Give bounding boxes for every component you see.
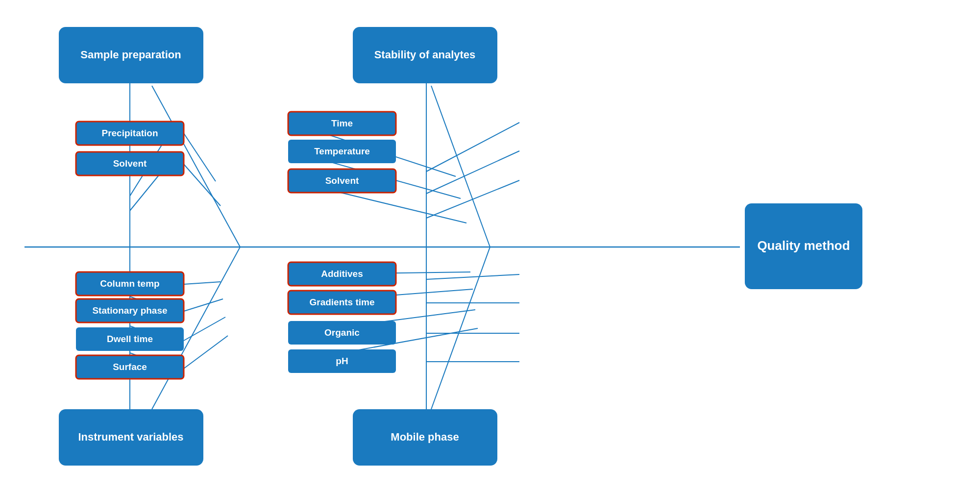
svg-line-28 xyxy=(184,336,228,369)
dwell-label: Dwell time xyxy=(107,334,153,344)
additives-label: Additives xyxy=(321,269,363,279)
svg-line-24 xyxy=(184,164,220,206)
svg-line-22 xyxy=(431,247,490,409)
precipitation-label: Precipitation xyxy=(101,128,158,138)
ph-label: pH xyxy=(336,356,348,366)
mobile-label: Mobile phase xyxy=(391,431,459,443)
column-temp-label: Column temp xyxy=(100,278,159,289)
svg-line-27 xyxy=(184,317,225,341)
solvent-sp-label: Solvent xyxy=(113,158,147,169)
stationary-label: Stationary phase xyxy=(92,305,167,316)
time-label: Time xyxy=(331,118,353,128)
organic-label: Organic xyxy=(324,327,360,338)
svg-line-26 xyxy=(184,299,223,311)
gradients-label: Gradients time xyxy=(309,297,374,307)
sample-prep-label: Sample preparation xyxy=(80,49,181,61)
temperature-label: Temperature xyxy=(314,146,370,156)
svg-line-21 xyxy=(431,86,490,247)
svg-line-25 xyxy=(184,282,220,284)
solvent-st-label: Solvent xyxy=(325,175,359,186)
instrument-label: Instrument variables xyxy=(78,431,183,443)
quality-label: Quality method xyxy=(757,238,850,253)
main-diagram: .box-rect { fill: #1a7abf; rx: 12; ry: 1… xyxy=(0,0,980,494)
surface-label: Surface xyxy=(113,362,147,372)
fishbone-svg: .box-rect { fill: #1a7abf; rx: 12; ry: 1… xyxy=(0,0,980,494)
stability-label: Stability of analytes xyxy=(374,49,476,61)
svg-line-23 xyxy=(184,133,216,181)
